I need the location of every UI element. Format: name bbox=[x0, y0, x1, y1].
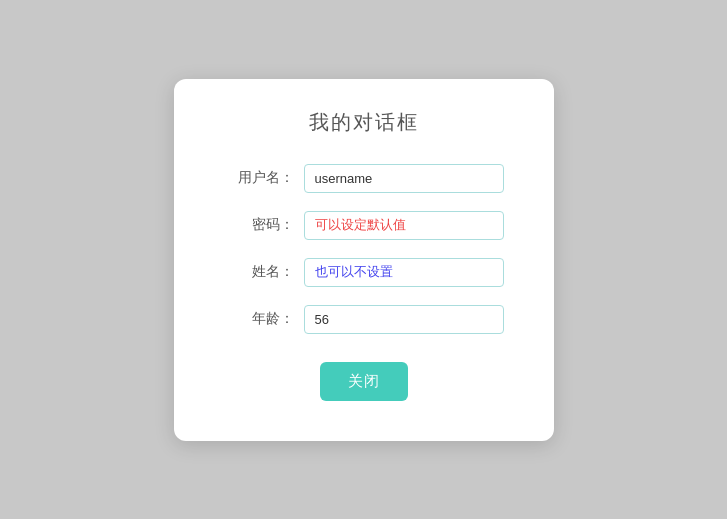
button-row: 关闭 bbox=[224, 362, 504, 401]
close-button[interactable]: 关闭 bbox=[320, 362, 408, 401]
label-username: 用户名： bbox=[224, 169, 294, 187]
dialog-container: 我的对话框 用户名： 密码： 姓名： 年龄： 关闭 bbox=[174, 79, 554, 441]
input-age[interactable] bbox=[304, 305, 504, 334]
label-password: 密码： bbox=[224, 216, 294, 234]
form-row-age: 年龄： bbox=[224, 305, 504, 334]
label-age: 年龄： bbox=[224, 310, 294, 328]
label-fullname: 姓名： bbox=[224, 263, 294, 281]
input-password[interactable] bbox=[304, 211, 504, 240]
input-username[interactable] bbox=[304, 164, 504, 193]
form-row-password: 密码： bbox=[224, 211, 504, 240]
form-row-fullname: 姓名： bbox=[224, 258, 504, 287]
dialog-title: 我的对话框 bbox=[224, 109, 504, 136]
form-row-username: 用户名： bbox=[224, 164, 504, 193]
input-fullname[interactable] bbox=[304, 258, 504, 287]
